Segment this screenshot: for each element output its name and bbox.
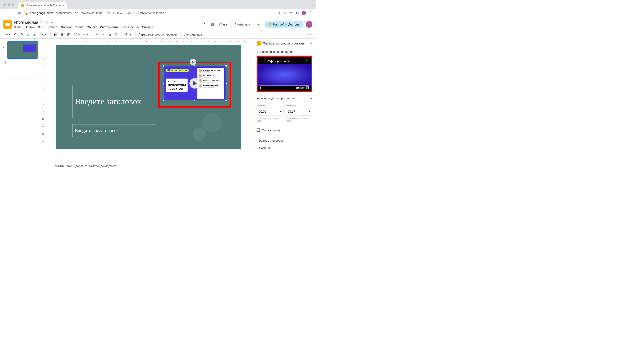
line-icon[interactable]: ╲ ▾ bbox=[83, 32, 89, 37]
slideshow-button[interactable]: Слайд-шоу bbox=[231, 21, 254, 28]
close-sidebar-icon[interactable]: × bbox=[310, 41, 312, 45]
menu-format[interactable]: Формат bbox=[61, 25, 71, 29]
move-folder-icon[interactable]: ▭ bbox=[45, 20, 48, 24]
extensions-icon[interactable]: ✦ bbox=[290, 11, 292, 15]
arrange-icon[interactable]: ≣ bbox=[108, 32, 112, 37]
audio-badge-icon[interactable]: 🔊 bbox=[190, 59, 196, 65]
browser-tab[interactable]: Итоги месяца - Google Презе × bbox=[18, 2, 67, 9]
menu-extensions[interactable]: Расширения bbox=[122, 25, 139, 29]
menu-bar: Файл Правка Вид Вставка Формат Слайд Объ… bbox=[14, 25, 199, 29]
slideshow-dropdown[interactable]: ▾ bbox=[256, 21, 262, 28]
refresh-icon[interactable]: ⟳ bbox=[308, 110, 310, 113]
new-tab-button[interactable]: + bbox=[69, 3, 71, 7]
select-tool-icon[interactable]: ▶ bbox=[54, 32, 58, 37]
comments-icon[interactable]: ▤ bbox=[209, 21, 215, 28]
thumbnail-number: 2 bbox=[2, 61, 6, 79]
speaker-notes-bar[interactable]: ⊞ Нажмите, чтобы добавить заметки доклад… bbox=[0, 162, 316, 170]
preview-play-icon[interactable]: ▶ bbox=[260, 86, 262, 89]
star-icon[interactable]: ☆ bbox=[40, 20, 43, 24]
video-preview[interactable]: Оффер на почт... ⋮ ▶ YouTube bbox=[258, 57, 311, 91]
refresh-icon[interactable]: ⟳ bbox=[279, 110, 281, 113]
url-field[interactable]: 🔒 docs.google.com/presentation/d/1-qp78z… bbox=[25, 11, 274, 15]
fullscreen-icon[interactable] bbox=[306, 86, 308, 89]
subtitle-placeholder-box[interactable]: Введите подзаголовок bbox=[72, 124, 156, 137]
share-button[interactable]: 🔒 Настройки Доступа bbox=[264, 21, 303, 28]
undo-icon[interactable]: ↶ bbox=[13, 32, 18, 37]
nav-back-icon[interactable]: ← bbox=[3, 11, 7, 15]
menu-object[interactable]: Объект bbox=[87, 25, 97, 29]
end-time-input[interactable]: 59:17 ⟳ bbox=[286, 108, 312, 115]
menu-help[interactable]: Справка bbox=[142, 25, 154, 29]
share-page-icon[interactable]: ⇧ bbox=[278, 11, 280, 15]
video-selection[interactable]: оффер на почте всё про менеджера проекто… bbox=[163, 66, 226, 101]
menu-tools[interactable]: Инструменты bbox=[100, 25, 118, 29]
format-options-button[interactable]: Параметры форматирования bbox=[138, 33, 178, 36]
bookmark-icon[interactable]: ☆ bbox=[284, 11, 287, 15]
menu-slide[interactable]: Слайд bbox=[75, 25, 84, 29]
new-slide-button[interactable]: + ▾ bbox=[5, 32, 11, 37]
zoom-icon[interactable]: 🔍 ▾ bbox=[39, 32, 48, 37]
section-position[interactable]: › Позиция bbox=[256, 144, 312, 152]
menu-insert[interactable]: Вставка bbox=[47, 25, 58, 29]
play-button[interactable] bbox=[190, 78, 200, 89]
pen-icon[interactable]: ✎ bbox=[95, 32, 99, 37]
menu-edit[interactable]: Правка bbox=[25, 25, 34, 29]
video-people-list: Елена КостицынаHR BP Skillbox Петр Орлов… bbox=[197, 68, 224, 99]
share-button-label: Настройки Доступа bbox=[273, 23, 300, 26]
app-header: Итоги месяца ☆ ▭ ☁ Файл Правка Вид Встав… bbox=[0, 17, 316, 30]
preview-content bbox=[258, 64, 311, 86]
close-tab-icon[interactable]: × bbox=[62, 4, 64, 7]
start-time-input[interactable]: 00:00 ⟳ bbox=[256, 108, 284, 115]
animate-button[interactable]: Анимировать bbox=[184, 33, 202, 36]
url-path: /presentation/d/1-qp78zwChWsYUs3B1SUnl12… bbox=[52, 11, 166, 15]
account-avatar[interactable] bbox=[306, 21, 312, 28]
cloud-status-icon[interactable]: ☁ bbox=[50, 20, 53, 24]
speaker-notes-placeholder[interactable]: Нажмите, чтобы добавить заметки докладчи… bbox=[52, 164, 116, 168]
slide-thumbnail[interactable] bbox=[7, 61, 38, 79]
collapse-tabs-icon[interactable]: ⌄ bbox=[311, 2, 314, 6]
play-mode-dropdown[interactable]: Воспроизведение при нажатии ▾ bbox=[256, 95, 312, 102]
title-placeholder-box[interactable]: Введите заголовок bbox=[72, 85, 156, 118]
browser-menu-icon[interactable]: ⋮ bbox=[309, 11, 312, 15]
start-time-value: 00:00 bbox=[259, 110, 266, 113]
minimize-window-icon[interactable] bbox=[8, 3, 10, 6]
textbox-icon[interactable]: ⊞ bbox=[60, 32, 64, 37]
explore-icon[interactable]: ⊞ bbox=[4, 164, 6, 168]
slide-thumbnail[interactable] bbox=[7, 41, 38, 59]
collapse-toolbar-icon[interactable]: ヘ bbox=[308, 31, 312, 37]
separator bbox=[92, 32, 92, 36]
title-placeholder-text: Введите заголовок bbox=[75, 96, 141, 106]
mute-checkbox[interactable] bbox=[256, 128, 260, 132]
slide-canvas[interactable]: Введите заголовок Введите подзаголовок 🔊 bbox=[56, 45, 241, 149]
nav-forward-icon[interactable]: → bbox=[11, 11, 14, 15]
preview-more-icon[interactable]: ⋮ bbox=[304, 59, 308, 64]
crop-icon[interactable]: ⧉ bbox=[114, 32, 118, 37]
meet-icon[interactable]: ▢◂ ▾ bbox=[218, 21, 229, 28]
close-window-icon[interactable] bbox=[3, 3, 6, 6]
redo-icon[interactable]: ↷ bbox=[20, 32, 24, 37]
nav-reload-icon[interactable]: ⟳ bbox=[18, 11, 21, 15]
browser-profile-avatar[interactable] bbox=[302, 11, 306, 15]
thumbnail-1-row[interactable]: 1 ⚭ bbox=[2, 41, 38, 59]
section-video-playback[interactable]: ⌄ Воспроизведение видео bbox=[256, 48, 312, 55]
history-icon[interactable]: ↺ bbox=[201, 21, 207, 28]
shape-icon[interactable]: ◯ ▾ bbox=[73, 32, 81, 37]
slides-logo-icon[interactable] bbox=[3, 20, 12, 29]
image-icon[interactable]: ▣ bbox=[66, 32, 71, 37]
print-icon[interactable]: ⎙ bbox=[26, 32, 30, 37]
align-icon[interactable]: ≡ bbox=[102, 32, 106, 37]
start-time-hint[interactable]: Использовать текущее время bbox=[256, 117, 284, 122]
paint-format-icon[interactable]: 🖌 bbox=[32, 32, 37, 37]
menu-file[interactable]: Файл bbox=[14, 25, 21, 29]
mute-checkbox-row[interactable]: Отключить звук bbox=[256, 128, 312, 132]
youtube-logo[interactable]: YouTube bbox=[296, 86, 304, 89]
end-time-hint[interactable]: Использовать текущее время bbox=[286, 117, 312, 122]
zoom-window-icon[interactable] bbox=[12, 3, 14, 6]
sidepanel-icon[interactable]: ◧ bbox=[296, 11, 299, 15]
doc-title[interactable]: Итоги месяца bbox=[14, 20, 38, 25]
section-size-rotation[interactable]: › Размер и поворот bbox=[256, 137, 312, 144]
menu-view[interactable]: Вид bbox=[38, 25, 43, 29]
thumbnail-2-row[interactable]: 2 bbox=[2, 61, 38, 79]
main-area: 1 ⚭ 2 1 12 34 56 78 910 1112 1314 1516 1… bbox=[0, 39, 316, 162]
replace-icon[interactable]: Р↓ ▾ bbox=[124, 32, 132, 37]
